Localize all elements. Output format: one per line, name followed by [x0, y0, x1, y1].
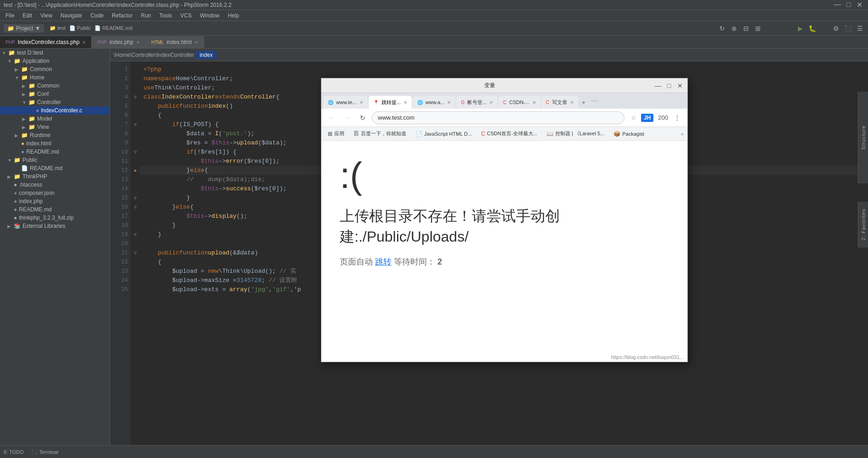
bookmark-baidu[interactable]: 百 百度一下，你就知道	[351, 129, 409, 138]
tree-conf[interactable]: ▶ 📁 Conf	[0, 90, 110, 98]
settings-btn[interactable]: ⋮	[671, 111, 684, 124]
project-selector[interactable]: 📁 Project ▼	[4, 24, 44, 33]
tab-indexhtml-close[interactable]: ✕	[194, 40, 198, 45]
tree-home[interactable]: ▼ 📁 Home	[0, 73, 110, 82]
active-tab-readme[interactable]: 📄 README.md	[94, 25, 132, 31]
tree-htaccess[interactable]: ▶ ● .htaccess	[0, 181, 110, 189]
bookmark-star-icon[interactable]: ☆	[631, 114, 636, 121]
browser-tab-1[interactable]: 🌐 www.te... ✕	[323, 96, 368, 109]
browser-tab-2[interactable]: 📍 跳转提... ✕	[369, 96, 412, 109]
browser-minimize-btn[interactable]: —	[654, 82, 662, 89]
tree-root[interactable]: ▼ 📁 test D:\test	[0, 49, 110, 57]
js-icon: 📄	[415, 131, 422, 137]
browser-tab-4-close[interactable]: ✕	[489, 100, 493, 105]
tree-view[interactable]: ▶ 📁 View	[0, 123, 110, 131]
close-btn[interactable]: ✕	[855, 0, 864, 9]
bookmark-csdn[interactable]: C CSDN首页-全球最大...	[478, 129, 540, 138]
tree-root-label: test D:\test	[17, 50, 43, 56]
expand-icon[interactable]: ⊞	[753, 24, 763, 33]
bookmark-apps[interactable]: ⊞ 应用	[325, 129, 347, 138]
bookmark-laravel[interactable]: 📖 控制器 | 《Laravel 5...	[544, 129, 607, 138]
tree-controller[interactable]: ▼ 📁 Controller	[0, 98, 110, 106]
menu-edit[interactable]: Edit	[19, 11, 36, 20]
favorites-panel[interactable]: 2: Favorites	[858, 202, 868, 248]
menu-navigate[interactable]: Navigate	[57, 11, 86, 20]
jump-link[interactable]: 跳转	[375, 257, 392, 266]
browser-maximize-btn[interactable]: □	[665, 82, 673, 89]
menu-help[interactable]: Help	[224, 11, 243, 20]
browser-tab-4[interactable]: G 帐号登... ✕	[456, 96, 498, 109]
tree-thinkphp-zip[interactable]: ▶ ● thinkphp_3.2.3_full.zip	[0, 214, 110, 222]
todo-button[interactable]: 6: TODO	[4, 449, 24, 455]
bookmark-packagist[interactable]: 📦 Packagist	[611, 130, 647, 138]
browser-close-btn[interactable]: ✕	[676, 82, 684, 89]
browser-tab-5[interactable]: C CSDN-... ✕	[498, 96, 540, 109]
menu-file[interactable]: File	[2, 11, 18, 20]
address-bar[interactable]: www.test.com	[372, 111, 625, 124]
menu-vcs[interactable]: VCS	[177, 11, 195, 20]
tab-indexcontroller-close[interactable]: ✕	[82, 40, 86, 45]
menu-refactor[interactable]: Refactor	[108, 11, 136, 20]
tree-common[interactable]: ▶ 📁 Common	[0, 65, 110, 73]
collapse-icon[interactable]: ⊟	[741, 24, 751, 33]
menu-tools[interactable]: Tools	[155, 11, 176, 20]
tab-indexphp[interactable]: PHP index.php ✕	[92, 36, 146, 48]
bookmark-js[interactable]: 📄 JavaScript HTML D...	[413, 130, 475, 138]
tree-home-common[interactable]: ▶ 📁 Common	[0, 82, 110, 90]
browser-tab-1-close[interactable]: ✕	[359, 100, 363, 105]
tree-model[interactable]: ▶ 📁 Model	[0, 115, 110, 123]
new-tab-btn[interactable]: +	[579, 96, 588, 109]
tree-runtime[interactable]: ▶ 📁 Runtime	[0, 131, 110, 139]
structure-panel[interactable]: Structure	[858, 92, 868, 183]
browser-tab-6-label: 写文章	[552, 99, 567, 106]
public-readme-icon: 📄	[21, 165, 28, 171]
back-btn[interactable]: ←	[325, 111, 338, 124]
browser-more-tabs-icon[interactable]: ⋯	[591, 97, 597, 105]
tree-public-readme[interactable]: ▶ 📄 README.md	[0, 164, 110, 172]
scroll-from-source-icon[interactable]: ⊕	[730, 24, 739, 33]
forward-btn[interactable]: →	[341, 111, 354, 124]
menu-view[interactable]: View	[37, 11, 56, 20]
terminal-icon[interactable]: ⬛	[843, 24, 852, 33]
bookmark-apps-label: 应用	[334, 130, 344, 137]
browser-tab-6-close[interactable]: ✕	[570, 100, 574, 105]
browser-tab-3[interactable]: 🌐 www.a... ✕	[413, 96, 456, 109]
terminal-button[interactable]: ⬛ Terminal	[31, 449, 59, 455]
tree-thinkphp[interactable]: ▶ 📁 ThinkPHP	[0, 172, 110, 181]
bookmarks-more-icon[interactable]: »	[681, 131, 684, 137]
browser-tab-3-close[interactable]: ✕	[447, 100, 451, 105]
gutter-12[interactable]: ●	[131, 166, 140, 175]
tree-external[interactable]: ▶ 📚 External Libraries	[0, 222, 110, 230]
refresh-btn[interactable]: ↻	[356, 111, 369, 124]
active-tab-public[interactable]: 📄 Public	[69, 25, 91, 31]
maximize-btn[interactable]: □	[845, 0, 853, 9]
minimize-btn[interactable]: —	[832, 0, 843, 9]
gutter-3	[131, 83, 140, 93]
tree-app-indexhtml[interactable]: ▶ ● index.html	[0, 139, 110, 148]
debug-icon[interactable]: 🐛	[807, 24, 817, 33]
run-icon[interactable]: ▶	[796, 24, 805, 33]
tree-indexcontroller-file[interactable]: ▶ ● IndexController.c	[0, 106, 110, 115]
tree-home-common-label: Common	[37, 83, 60, 89]
tree-arrow-controller: ▼	[22, 100, 27, 105]
menu-run[interactable]: Run	[137, 11, 155, 20]
browser-tab-5-close[interactable]: ✕	[532, 100, 536, 105]
tree-root-readme[interactable]: ▶ ● README.md	[0, 205, 110, 214]
tab-indexphp-close[interactable]: ✕	[136, 40, 140, 45]
tree-application[interactable]: ▼ 📁 Application	[0, 57, 110, 65]
tree-public[interactable]: ▼ 📁 Public	[0, 156, 110, 164]
gear-icon[interactable]: ⚙	[831, 24, 840, 33]
tab-indexhtml[interactable]: HTML index.html ✕	[146, 36, 204, 48]
tree-composer-label: composer.json	[19, 190, 54, 196]
browser-tab-2-close[interactable]: ✕	[404, 100, 407, 105]
browser-tab-6[interactable]: C 写文章 ✕	[542, 96, 578, 109]
tree-composer[interactable]: ▶ ● composer.json	[0, 189, 110, 197]
active-tab-test[interactable]: 📁 test	[50, 25, 66, 31]
tree-app-readme[interactable]: ▶ ● README.md	[0, 148, 110, 156]
sync-icon[interactable]: ↻	[718, 24, 727, 33]
more-icon[interactable]: ☰	[855, 24, 864, 33]
tab-indexcontroller[interactable]: PHP IndexController.class.php ✕	[0, 36, 92, 48]
menu-code[interactable]: Code	[87, 11, 107, 20]
tree-indexphp[interactable]: ▶ ● index.php	[0, 197, 110, 205]
menu-window[interactable]: Window	[196, 11, 223, 20]
